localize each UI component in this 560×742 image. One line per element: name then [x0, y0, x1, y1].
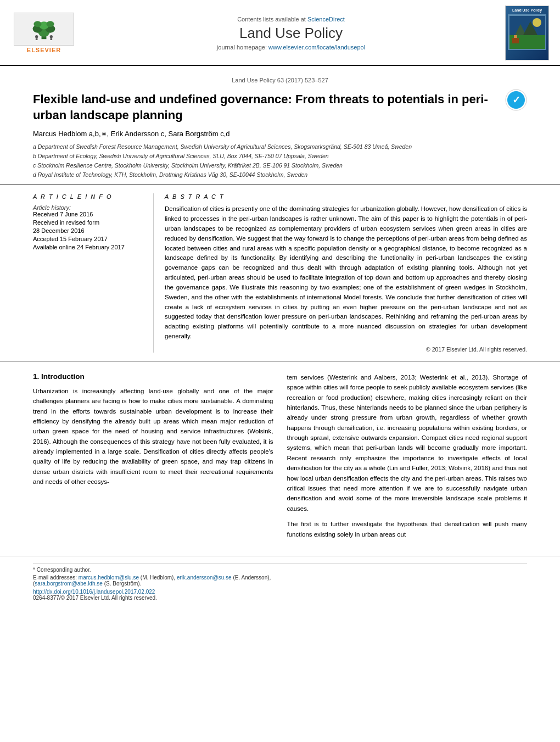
- article-header: Land Use Policy 63 (2017) 523–527 ✓ Flex…: [0, 66, 560, 185]
- svg-rect-8: [36, 38, 38, 40]
- accepted-date: Accepted 15 February 2017: [33, 236, 145, 242]
- email-label: E-mail addresses:: [33, 574, 77, 581]
- introduction-heading: 1. Introduction: [33, 372, 273, 381]
- svg-point-6: [46, 21, 54, 27]
- email-link-1[interactable]: marcus.hedblom@slu.se: [79, 574, 139, 581]
- revised-label: Received in revised form: [33, 219, 145, 226]
- abstract-section: A B S T R A C T Densification of cities …: [165, 193, 527, 352]
- article-info-title: A R T I C L E I N F O: [33, 193, 145, 200]
- revised-date: 28 December 2016: [33, 227, 145, 234]
- sciencedirect-link[interactable]: ScienceDirect: [307, 16, 345, 23]
- sciencedirect-line: Contents lists available at ScienceDirec…: [88, 16, 494, 23]
- svg-rect-10: [51, 38, 53, 40]
- journal-title: Land Use Policy: [88, 25, 494, 42]
- content-left: 1. Introduction Urbanization is increasi…: [33, 372, 273, 545]
- svg-point-5: [33, 21, 41, 27]
- homepage-text: journal homepage:: [217, 44, 267, 51]
- abstract-title: A B S T R A C T: [165, 193, 527, 200]
- author-name-3: (S. Borgström).: [104, 581, 142, 587]
- cover-label: Land Use Policy: [512, 8, 542, 13]
- doi-line: Land Use Policy 63 (2017) 523–527: [33, 77, 527, 83]
- history-label: Article history:: [33, 204, 145, 211]
- journal-cover-image: Land Use Policy: [505, 5, 549, 60]
- content-right: tem services (Westerink and Aalbers, 201…: [287, 372, 528, 545]
- crossmark-icon: ✓: [505, 89, 527, 111]
- svg-rect-15: [512, 38, 519, 43]
- email-addresses: E-mail addresses: marcus.hedblom@slu.se …: [33, 574, 527, 587]
- elsevier-logo: ELSEVIER: [11, 13, 77, 53]
- homepage-line: journal homepage: www.elsevier.com/locat…: [88, 44, 494, 51]
- abstract-text: Densification of cities is presently one…: [165, 204, 527, 341]
- svg-rect-16: [514, 35, 517, 38]
- svg-point-7: [35, 35, 38, 38]
- authors: Marcus Hedblom a,b,∗, Erik Andersson c, …: [33, 130, 527, 138]
- intro-paragraph-right-1: tem services (Westerink and Aalbers, 201…: [287, 372, 528, 514]
- affiliation-d: d Royal Institute of Technology, KTH, St…: [33, 170, 527, 180]
- contents-text: Contents lists available at: [237, 16, 306, 23]
- cover-illustration: [509, 16, 545, 49]
- svg-point-17: [533, 18, 541, 27]
- elsevier-logo-box: [14, 13, 74, 46]
- affiliation-a: a Department of Swedish Forest Resource …: [33, 142, 527, 152]
- corresponding-author-note: * Corresponding author.: [33, 567, 527, 573]
- header-center: Contents lists available at ScienceDirec…: [77, 16, 505, 51]
- intro-paragraph-right-2: The first is to further investigate the …: [287, 519, 528, 539]
- available-date: Available online 24 February 2017: [33, 244, 145, 250]
- affiliations: a Department of Swedish Forest Resource …: [33, 142, 527, 179]
- svg-point-9: [50, 35, 53, 38]
- journal-header: ELSEVIER Contents lists available at Sci…: [0, 0, 560, 66]
- email-link-2[interactable]: erik.andersson@su.se: [177, 574, 232, 581]
- affiliation-b: b Department of Ecology, Swedish Univers…: [33, 152, 527, 161]
- svg-text:✓: ✓: [512, 94, 520, 105]
- article-info-abstract: A R T I C L E I N F O Article history: R…: [0, 185, 560, 361]
- elsevier-tree-icon: [25, 18, 63, 40]
- footnote-separator: [33, 564, 527, 564]
- cover-image-area: [508, 14, 546, 50]
- email-link-3[interactable]: sara.borgstrom@abe.kth.se: [35, 581, 103, 587]
- copyright: © 2017 Elsevier Ltd. All rights reserved…: [165, 346, 527, 353]
- affiliation-c: c Stockholm Resilience Centre, Stockholm…: [33, 161, 527, 170]
- issn-copyright: 0264-8377/© 2017 Elsevier Ltd. All right…: [33, 595, 527, 601]
- main-content: 1. Introduction Urbanization is increasi…: [0, 361, 560, 556]
- article-title: Flexible land-use and undefined governan…: [33, 92, 527, 123]
- elsevier-brand-text: ELSEVIER: [27, 47, 61, 53]
- article-title-block: ✓ Flexible land-use and undefined govern…: [33, 92, 527, 123]
- page: ELSEVIER Contents lists available at Sci…: [0, 0, 560, 607]
- intro-paragraph-1: Urbanization is increasingly affecting l…: [33, 386, 273, 487]
- article-info: A R T I C L E I N F O Article history: R…: [33, 193, 154, 352]
- article-footer: * Corresponding author. E-mail addresses…: [0, 556, 560, 607]
- doi-url[interactable]: http://dx.doi.org/10.1016/j.landusepol.2…: [33, 589, 527, 595]
- author-name-2: (E. Andersson),: [233, 574, 271, 581]
- homepage-link[interactable]: www.elsevier.com/locate/landusepol: [268, 44, 365, 51]
- author-name-1: (M. Hedblom),: [141, 574, 175, 581]
- received-date: Received 7 June 2016: [33, 211, 145, 217]
